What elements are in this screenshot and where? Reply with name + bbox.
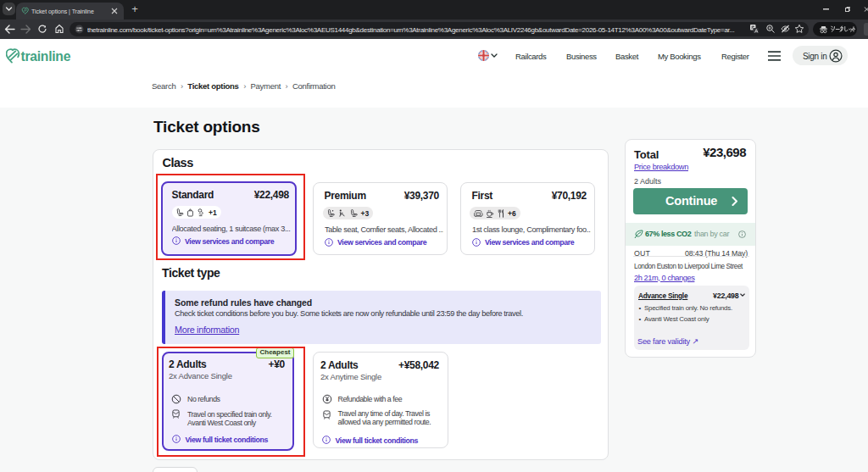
svg-text:trainline: trainline <box>21 49 71 64</box>
